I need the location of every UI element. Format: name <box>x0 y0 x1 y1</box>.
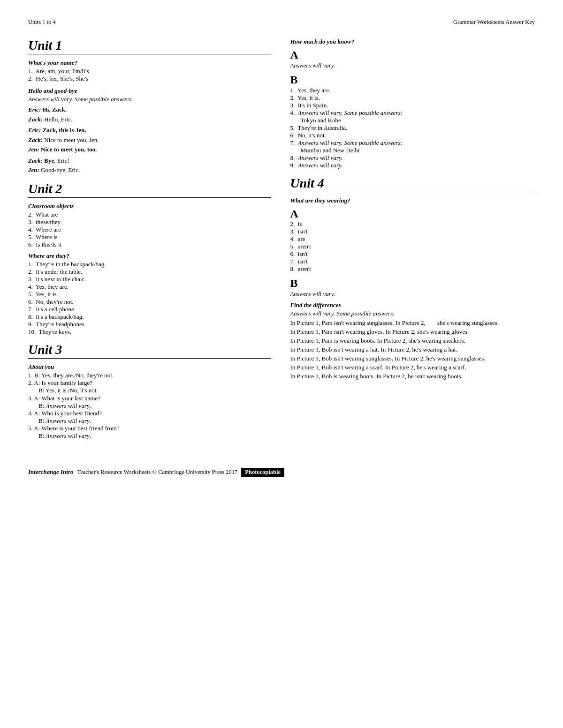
unit2-where-6: 6. No, they're not. <box>28 298 271 306</box>
unit4-a-ans-6: 6. isn't <box>290 250 533 258</box>
unit3-ans-4b: B: Answers will vary. <box>38 417 271 425</box>
unit4-a-letter: A <box>290 207 533 221</box>
unit3-section1-title: About you <box>28 363 271 371</box>
section-a-vary: Answers will vary. <box>290 62 533 69</box>
unit2-where-8: 8. It's a backpack/bag. <box>28 313 271 321</box>
unit3-ans-5a: 5. A: Where is your best friend from? <box>28 425 271 432</box>
how-much-section: How much do you know? A Answers will var… <box>290 38 533 169</box>
find-diff-2: In Picture 1, Pam isn't wearing gloves. … <box>290 328 533 336</box>
main-content: Unit 1 What's your name? 1. Are, am, you… <box>28 34 535 440</box>
find-diff-1: In Picture 1, Pam isn't wearing sunglass… <box>290 319 533 327</box>
unit2-where-3: 3. It's next to the chair. <box>28 276 271 283</box>
unit2-section1-title: Classroom objects <box>28 203 271 210</box>
unit2-where-10: 10. They're keys. <box>28 328 271 336</box>
find-diff-vary: Answers will vary. Some possible answers… <box>290 310 533 317</box>
jen-speaker-1: Jen: <box>28 146 39 153</box>
right-column: How much do you know? A Answers will var… <box>290 34 533 440</box>
eric-speaker-1: Eric: <box>28 106 41 113</box>
unit2-ans-2: 2. What are <box>28 211 271 218</box>
unit1-divider <box>28 54 271 54</box>
find-diff-6: In Picture 1, Bob isn't wearing a scarf.… <box>290 364 533 371</box>
unit1-section: Unit 1 What's your name? 1. Are, am, you… <box>28 38 271 175</box>
unit4-b-vary: Answers will vary. <box>290 290 533 298</box>
unit3-ans-3a: 3. A: What is your last name? <box>28 395 271 402</box>
find-diff-3: In Picture 1, Pam is wearing boots. In P… <box>290 337 533 345</box>
section-a-letter: A <box>290 48 533 62</box>
b-ans-7-detail: Mumbai and New Delhi <box>300 147 533 154</box>
unit4-a-ans-7: 7. isn't <box>290 258 533 265</box>
unit4-section1-title: What are they wearing? <box>290 197 533 204</box>
find-diff-4: In Picture 1, Bob isn't wearing a hat. I… <box>290 346 533 353</box>
unit1-answer-2: 2. He's, her, She's, She's <box>28 75 271 83</box>
unit4-a-ans-3: 3. isn't <box>290 228 533 235</box>
unit4-a-ans-2: 2. is <box>290 220 533 228</box>
unit3-title: Unit 3 <box>28 342 271 357</box>
unit3-ans-1: 1. B: Yes, they are./No, they're not. <box>28 372 271 379</box>
dialog-line-6: Zack: Bye, Eric! <box>28 156 271 165</box>
page-header: Units 1 to 4 Grammar Worksheets Answer K… <box>28 19 535 26</box>
section-b-letter: B <box>290 73 533 87</box>
unit1-section2-title: Hello and good-bye <box>28 87 271 95</box>
header-left: Units 1 to 4 <box>28 19 56 26</box>
unit3-ans-2b: B: Yes, it is./No, it's not. <box>38 387 271 394</box>
eric-speaker-2: Eric: <box>28 127 41 134</box>
unit2-section: Unit 2 Classroom objects 2. What are 3. … <box>28 181 271 336</box>
footer-copy: Teacher's Resource Worksheets © Cambridg… <box>77 469 237 476</box>
b-ans-4: 4. Answers will vary. Some possible answ… <box>290 109 533 117</box>
unit1-section1-title: What's your name? <box>28 59 271 67</box>
left-column: Unit 1 What's your name? 1. Are, am, you… <box>28 34 271 440</box>
zack-speaker-3: Zack: <box>28 157 43 164</box>
unit4-b-letter: B <box>290 277 533 290</box>
b-ans-2: 2. Yes, it is. <box>290 94 533 102</box>
dialog-line-4: Zack: Nice to meet you, Jen. <box>28 135 271 145</box>
photocopiable-badge: Photocopiable <box>241 468 284 477</box>
header-right: Grammar Worksheets Answer Key <box>453 19 535 26</box>
unit4-title: Unit 4 <box>290 176 533 191</box>
unit3-section: Unit 3 About you 1. B: Yes, they are./No… <box>28 342 271 440</box>
unit2-where-9: 9. They're headphones. <box>28 321 271 328</box>
unit2-section2-title: Where are they? <box>28 252 271 260</box>
zack-speaker-2: Zack: <box>28 136 43 143</box>
unit2-where-4: 4. Yes, they are. <box>28 283 271 291</box>
unit1-answer-1: 1. Are, am, your, I'm/It's <box>28 68 271 75</box>
find-diff-title: Find the differences <box>290 301 533 309</box>
unit4-a-ans-8: 8. aren't <box>290 265 533 273</box>
b-ans-7: 7. Answers will vary. Some possible answ… <box>290 139 533 147</box>
unit3-divider <box>28 358 271 359</box>
jen-speaker-2: Jen: <box>28 166 39 173</box>
unit2-where-5: 5. Yes, it is. <box>28 291 271 298</box>
unit2-ans-6: 6. Is this/Is it <box>28 241 271 248</box>
dialog-line-7: Jen: Good-bye, Eric. <box>28 165 271 175</box>
unit2-divider <box>28 197 271 198</box>
unit2-title: Unit 2 <box>28 181 271 196</box>
unit3-ans-3b: B: Answers will vary. <box>38 402 271 410</box>
unit2-where-2: 2. It's under the table. <box>28 268 271 276</box>
unit2-ans-4: 4. Where are <box>28 226 271 233</box>
b-ans-9: 9. Answers will vary. <box>290 162 533 169</box>
find-diff-5: In Picture 1, Bob isn't wearing sunglass… <box>290 355 533 362</box>
b-ans-5: 5. They're in Australia. <box>290 124 533 132</box>
unit1-vary: Answers will vary. Some possible answers… <box>28 96 271 103</box>
dialog-line-5: Jen: Nice to meet you, too. <box>28 145 271 154</box>
unit2-where-1: 1. They're in the backpack/bag. <box>28 261 271 268</box>
unit2-ans-5: 5. Where is <box>28 233 271 241</box>
dialog-line-2: Zack: Hello, Eric. <box>28 115 271 124</box>
unit2-ans-3: 3. these/they <box>28 218 271 226</box>
unit4-divider <box>290 192 533 192</box>
unit4-a-ans-4: 4. are <box>290 235 533 243</box>
b-ans-4-detail: Tokyo and Kobe <box>300 117 533 124</box>
find-diff-7: In Picture 1, Bob is wearing boots. In P… <box>290 373 533 380</box>
unit1-title: Unit 1 <box>28 38 271 53</box>
unit4-section: Unit 4 What are they wearing? A 2. is 3.… <box>290 176 533 381</box>
unit4-a-ans-5: 5. aren't <box>290 243 533 250</box>
unit3-ans-5b: B: Answers will vary. <box>38 432 271 440</box>
zack-speaker-1: Zack: <box>28 116 43 123</box>
footer-brand: Interchange Intro <box>28 468 73 476</box>
how-much-title: How much do you know? <box>290 38 533 45</box>
unit2-where-7: 7. It's a cell phone. <box>28 306 271 313</box>
b-ans-1: 1. Yes, they are. <box>290 87 533 94</box>
unit3-ans-4a: 4. A: Who is your best friend? <box>28 410 271 417</box>
dialog-line-3: Eric: Zack, this is Jen. <box>28 126 271 135</box>
b-ans-3: 3. It's in Spain. <box>290 102 533 109</box>
dialog-line-1: Eric: Hi, Zack. <box>28 105 271 114</box>
